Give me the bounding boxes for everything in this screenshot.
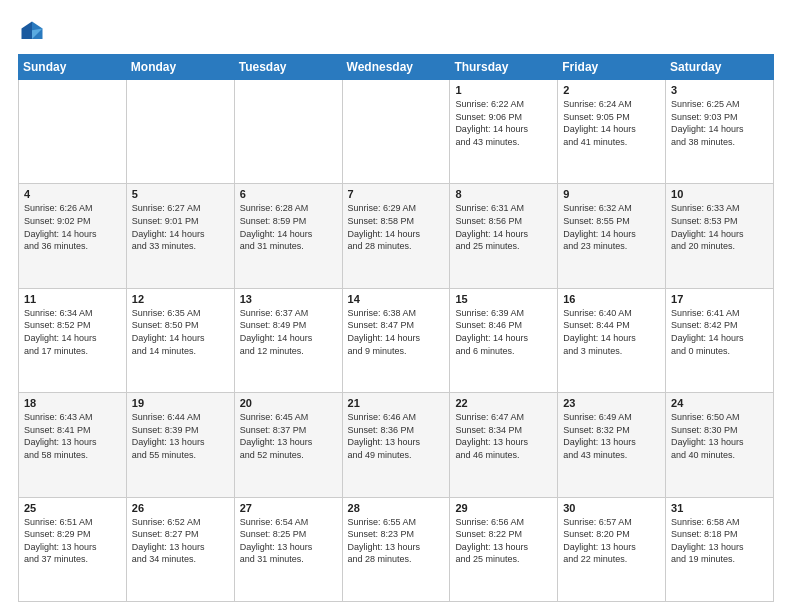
calendar-cell: 20Sunrise: 6:45 AM Sunset: 8:37 PM Dayli… bbox=[234, 393, 342, 497]
day-info: Sunrise: 6:44 AM Sunset: 8:39 PM Dayligh… bbox=[132, 411, 229, 461]
day-info: Sunrise: 6:34 AM Sunset: 8:52 PM Dayligh… bbox=[24, 307, 121, 357]
day-number: 16 bbox=[563, 293, 660, 305]
calendar-cell: 25Sunrise: 6:51 AM Sunset: 8:29 PM Dayli… bbox=[19, 497, 127, 601]
calendar-cell: 27Sunrise: 6:54 AM Sunset: 8:25 PM Dayli… bbox=[234, 497, 342, 601]
day-number: 8 bbox=[455, 188, 552, 200]
day-number: 25 bbox=[24, 502, 121, 514]
calendar-day-header: Monday bbox=[126, 55, 234, 80]
calendar-week-row: 25Sunrise: 6:51 AM Sunset: 8:29 PM Dayli… bbox=[19, 497, 774, 601]
calendar-cell: 8Sunrise: 6:31 AM Sunset: 8:56 PM Daylig… bbox=[450, 184, 558, 288]
day-info: Sunrise: 6:43 AM Sunset: 8:41 PM Dayligh… bbox=[24, 411, 121, 461]
day-info: Sunrise: 6:41 AM Sunset: 8:42 PM Dayligh… bbox=[671, 307, 768, 357]
day-number: 2 bbox=[563, 84, 660, 96]
day-info: Sunrise: 6:46 AM Sunset: 8:36 PM Dayligh… bbox=[348, 411, 445, 461]
calendar-cell: 2Sunrise: 6:24 AM Sunset: 9:05 PM Daylig… bbox=[558, 80, 666, 184]
day-number: 10 bbox=[671, 188, 768, 200]
calendar-cell: 15Sunrise: 6:39 AM Sunset: 8:46 PM Dayli… bbox=[450, 288, 558, 392]
calendar-day-header: Thursday bbox=[450, 55, 558, 80]
day-number: 7 bbox=[348, 188, 445, 200]
calendar-cell: 30Sunrise: 6:57 AM Sunset: 8:20 PM Dayli… bbox=[558, 497, 666, 601]
calendar-cell bbox=[342, 80, 450, 184]
calendar-week-row: 18Sunrise: 6:43 AM Sunset: 8:41 PM Dayli… bbox=[19, 393, 774, 497]
day-number: 14 bbox=[348, 293, 445, 305]
day-info: Sunrise: 6:56 AM Sunset: 8:22 PM Dayligh… bbox=[455, 516, 552, 566]
day-number: 9 bbox=[563, 188, 660, 200]
calendar-cell: 4Sunrise: 6:26 AM Sunset: 9:02 PM Daylig… bbox=[19, 184, 127, 288]
calendar-cell: 19Sunrise: 6:44 AM Sunset: 8:39 PM Dayli… bbox=[126, 393, 234, 497]
day-info: Sunrise: 6:55 AM Sunset: 8:23 PM Dayligh… bbox=[348, 516, 445, 566]
calendar-cell: 10Sunrise: 6:33 AM Sunset: 8:53 PM Dayli… bbox=[666, 184, 774, 288]
calendar-cell: 24Sunrise: 6:50 AM Sunset: 8:30 PM Dayli… bbox=[666, 393, 774, 497]
day-info: Sunrise: 6:24 AM Sunset: 9:05 PM Dayligh… bbox=[563, 98, 660, 148]
calendar-cell: 13Sunrise: 6:37 AM Sunset: 8:49 PM Dayli… bbox=[234, 288, 342, 392]
day-info: Sunrise: 6:49 AM Sunset: 8:32 PM Dayligh… bbox=[563, 411, 660, 461]
day-info: Sunrise: 6:25 AM Sunset: 9:03 PM Dayligh… bbox=[671, 98, 768, 148]
day-number: 19 bbox=[132, 397, 229, 409]
calendar-day-header: Wednesday bbox=[342, 55, 450, 80]
day-info: Sunrise: 6:47 AM Sunset: 8:34 PM Dayligh… bbox=[455, 411, 552, 461]
calendar-cell: 18Sunrise: 6:43 AM Sunset: 8:41 PM Dayli… bbox=[19, 393, 127, 497]
calendar-cell: 9Sunrise: 6:32 AM Sunset: 8:55 PM Daylig… bbox=[558, 184, 666, 288]
day-number: 27 bbox=[240, 502, 337, 514]
calendar-cell: 29Sunrise: 6:56 AM Sunset: 8:22 PM Dayli… bbox=[450, 497, 558, 601]
calendar-cell: 23Sunrise: 6:49 AM Sunset: 8:32 PM Dayli… bbox=[558, 393, 666, 497]
day-number: 24 bbox=[671, 397, 768, 409]
day-number: 21 bbox=[348, 397, 445, 409]
calendar-cell bbox=[19, 80, 127, 184]
day-number: 17 bbox=[671, 293, 768, 305]
calendar-cell bbox=[234, 80, 342, 184]
day-info: Sunrise: 6:51 AM Sunset: 8:29 PM Dayligh… bbox=[24, 516, 121, 566]
calendar-cell: 17Sunrise: 6:41 AM Sunset: 8:42 PM Dayli… bbox=[666, 288, 774, 392]
calendar-cell: 16Sunrise: 6:40 AM Sunset: 8:44 PM Dayli… bbox=[558, 288, 666, 392]
day-info: Sunrise: 6:50 AM Sunset: 8:30 PM Dayligh… bbox=[671, 411, 768, 461]
day-number: 18 bbox=[24, 397, 121, 409]
day-number: 1 bbox=[455, 84, 552, 96]
calendar-cell: 14Sunrise: 6:38 AM Sunset: 8:47 PM Dayli… bbox=[342, 288, 450, 392]
calendar-cell: 28Sunrise: 6:55 AM Sunset: 8:23 PM Dayli… bbox=[342, 497, 450, 601]
day-number: 29 bbox=[455, 502, 552, 514]
day-number: 15 bbox=[455, 293, 552, 305]
day-info: Sunrise: 6:45 AM Sunset: 8:37 PM Dayligh… bbox=[240, 411, 337, 461]
day-info: Sunrise: 6:40 AM Sunset: 8:44 PM Dayligh… bbox=[563, 307, 660, 357]
day-number: 22 bbox=[455, 397, 552, 409]
day-info: Sunrise: 6:33 AM Sunset: 8:53 PM Dayligh… bbox=[671, 202, 768, 252]
day-info: Sunrise: 6:54 AM Sunset: 8:25 PM Dayligh… bbox=[240, 516, 337, 566]
header bbox=[18, 18, 774, 46]
day-info: Sunrise: 6:29 AM Sunset: 8:58 PM Dayligh… bbox=[348, 202, 445, 252]
calendar-day-header: Tuesday bbox=[234, 55, 342, 80]
day-number: 28 bbox=[348, 502, 445, 514]
day-info: Sunrise: 6:58 AM Sunset: 8:18 PM Dayligh… bbox=[671, 516, 768, 566]
page: SundayMondayTuesdayWednesdayThursdayFrid… bbox=[0, 0, 792, 612]
calendar-cell: 12Sunrise: 6:35 AM Sunset: 8:50 PM Dayli… bbox=[126, 288, 234, 392]
calendar-cell: 31Sunrise: 6:58 AM Sunset: 8:18 PM Dayli… bbox=[666, 497, 774, 601]
day-number: 12 bbox=[132, 293, 229, 305]
calendar-cell: 7Sunrise: 6:29 AM Sunset: 8:58 PM Daylig… bbox=[342, 184, 450, 288]
day-info: Sunrise: 6:52 AM Sunset: 8:27 PM Dayligh… bbox=[132, 516, 229, 566]
calendar-day-header: Friday bbox=[558, 55, 666, 80]
calendar-week-row: 11Sunrise: 6:34 AM Sunset: 8:52 PM Dayli… bbox=[19, 288, 774, 392]
day-number: 26 bbox=[132, 502, 229, 514]
day-info: Sunrise: 6:31 AM Sunset: 8:56 PM Dayligh… bbox=[455, 202, 552, 252]
day-number: 4 bbox=[24, 188, 121, 200]
calendar-cell: 21Sunrise: 6:46 AM Sunset: 8:36 PM Dayli… bbox=[342, 393, 450, 497]
day-number: 5 bbox=[132, 188, 229, 200]
calendar-cell: 22Sunrise: 6:47 AM Sunset: 8:34 PM Dayli… bbox=[450, 393, 558, 497]
day-number: 31 bbox=[671, 502, 768, 514]
calendar-day-header: Sunday bbox=[19, 55, 127, 80]
calendar-cell: 6Sunrise: 6:28 AM Sunset: 8:59 PM Daylig… bbox=[234, 184, 342, 288]
calendar-cell: 5Sunrise: 6:27 AM Sunset: 9:01 PM Daylig… bbox=[126, 184, 234, 288]
calendar-cell: 1Sunrise: 6:22 AM Sunset: 9:06 PM Daylig… bbox=[450, 80, 558, 184]
day-number: 11 bbox=[24, 293, 121, 305]
day-number: 3 bbox=[671, 84, 768, 96]
calendar-cell: 3Sunrise: 6:25 AM Sunset: 9:03 PM Daylig… bbox=[666, 80, 774, 184]
calendar-cell bbox=[126, 80, 234, 184]
day-info: Sunrise: 6:22 AM Sunset: 9:06 PM Dayligh… bbox=[455, 98, 552, 148]
day-info: Sunrise: 6:32 AM Sunset: 8:55 PM Dayligh… bbox=[563, 202, 660, 252]
calendar-week-row: 4Sunrise: 6:26 AM Sunset: 9:02 PM Daylig… bbox=[19, 184, 774, 288]
svg-marker-1 bbox=[22, 22, 33, 40]
logo bbox=[18, 18, 50, 46]
day-info: Sunrise: 6:35 AM Sunset: 8:50 PM Dayligh… bbox=[132, 307, 229, 357]
calendar-week-row: 1Sunrise: 6:22 AM Sunset: 9:06 PM Daylig… bbox=[19, 80, 774, 184]
day-info: Sunrise: 6:26 AM Sunset: 9:02 PM Dayligh… bbox=[24, 202, 121, 252]
logo-icon bbox=[18, 18, 46, 46]
